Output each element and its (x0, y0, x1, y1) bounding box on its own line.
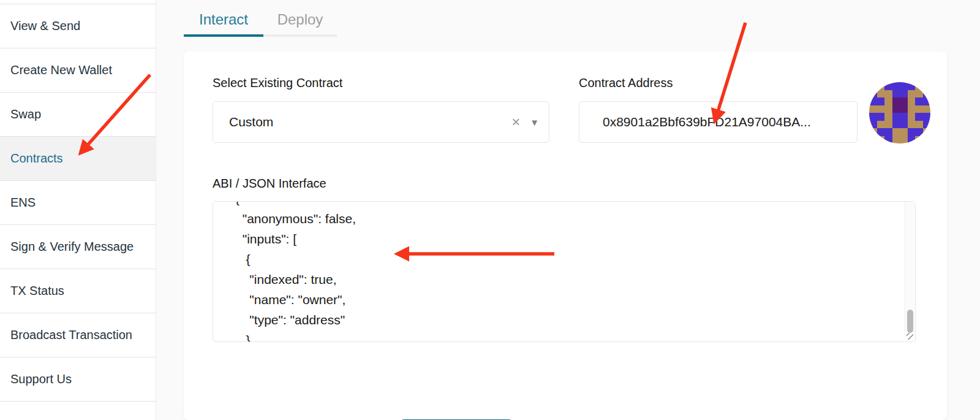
sidebar-item-label: Contracts (10, 151, 63, 166)
abi-json-content: { "anonymous": false, "inputs": [ { "ind… (213, 201, 915, 342)
sidebar-item-label: Sign & Verify Message (10, 240, 134, 254)
sidebar-item-broadcast-transaction[interactable]: Broadcast Transaction (0, 313, 156, 357)
selected-contract-value: Custom (213, 115, 506, 129)
tab-interact[interactable]: Interact (184, 5, 263, 37)
sidebar-item-contracts[interactable]: Contracts (0, 137, 156, 181)
sidebar-item-label: Create New Wallet (10, 63, 112, 77)
contract-interact-card: Select Existing Contract Custom × ▼ Cont… (184, 52, 947, 420)
resize-handle-icon[interactable] (906, 333, 914, 341)
sidebar-nav: View & SendCreate New WalletSwapContract… (0, 4, 156, 402)
tab-bar: InteractDeploy (184, 5, 337, 37)
tab-deploy[interactable]: Deploy (263, 5, 337, 37)
sidebar-item-label: TX Status (10, 284, 64, 298)
abi-scrollbar-track[interactable] (905, 202, 915, 332)
abi-scrollbar-thumb[interactable] (907, 310, 913, 333)
sidebar: View & SendCreate New WalletSwapContract… (0, 0, 156, 420)
select-existing-contract-label: Select Existing Contract (213, 76, 342, 90)
sidebar-item-create-new-wallet[interactable]: Create New Wallet (0, 48, 156, 93)
sidebar-item-view-send[interactable]: View & Send (0, 4, 156, 48)
contract-address-label: Contract Address (579, 76, 673, 90)
sidebar-item-sign-verify-message[interactable]: Sign & Verify Message (0, 225, 156, 269)
existing-contract-select[interactable]: Custom × ▼ (213, 101, 549, 143)
sidebar-item-swap[interactable]: Swap (0, 93, 156, 137)
abi-json-textarea[interactable]: { "anonymous": false, "inputs": [ { "ind… (213, 201, 916, 342)
select-controls: × ▼ (506, 115, 549, 129)
sidebar-item-label: ENS (10, 196, 36, 210)
abi-json-interface-label: ABI / JSON Interface (213, 177, 326, 191)
address-identicon (869, 82, 930, 143)
sidebar-item-label: Support Us (10, 372, 72, 386)
sidebar-item-tx-status[interactable]: TX Status (0, 269, 156, 313)
contract-address-input[interactable] (579, 101, 858, 143)
sidebar-item-support-us[interactable]: Support Us (0, 357, 156, 402)
sidebar-item-label: View & Send (10, 19, 80, 33)
sidebar-item-label: Swap (10, 107, 41, 121)
sidebar-item-label: Broadcast Transaction (10, 328, 132, 342)
clear-icon[interactable]: × (506, 115, 526, 129)
sidebar-item-ens[interactable]: ENS (0, 181, 156, 225)
chevron-down-icon[interactable]: ▼ (526, 117, 539, 128)
